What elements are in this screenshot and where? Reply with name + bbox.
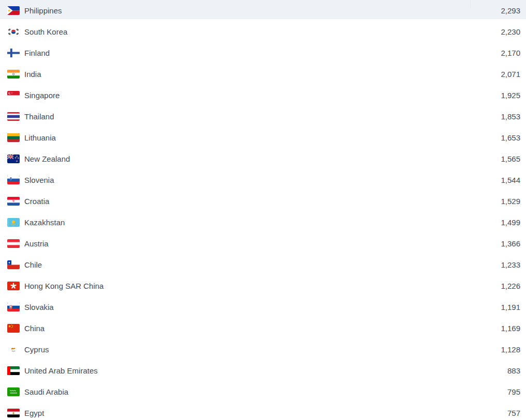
country-value: 1,499 <box>501 218 520 227</box>
egypt-flag-icon <box>7 409 20 417</box>
country-row-united-arab-emirates[interactable]: United Arab Emirates 883 <box>0 360 526 381</box>
country-row-croatia[interactable]: Croatia 1,529 <box>0 191 526 212</box>
country-value: 1,226 <box>501 282 520 290</box>
country-name: Austria <box>24 239 501 248</box>
new-zealand-flag-icon <box>7 154 20 163</box>
country-name: South Korea <box>24 27 501 36</box>
finland-flag-icon <box>7 49 20 57</box>
country-value: 2,170 <box>501 49 520 57</box>
country-value: 2,071 <box>501 70 520 79</box>
country-row-india[interactable]: India 2,071 <box>0 64 526 85</box>
country-name: Egypt <box>24 409 507 417</box>
country-name: Thailand <box>24 112 501 121</box>
country-value: 1,653 <box>501 133 520 142</box>
country-value: 1,233 <box>501 260 520 269</box>
country-name: Croatia <box>24 197 501 206</box>
united-arab-emirates-flag-icon <box>7 366 20 375</box>
hover-guide-line <box>470 0 471 7</box>
hong-kong-flag-icon <box>7 282 20 290</box>
country-name: Hong Kong SAR China <box>24 282 501 290</box>
kazakhstan-flag-icon <box>7 218 20 227</box>
country-value: 1,169 <box>501 324 520 333</box>
country-name: Finland <box>24 49 501 57</box>
country-row-hong-kong[interactable]: Hong Kong SAR China 1,226 <box>0 275 526 297</box>
countries-list: Philippines 2,293 South Korea 2,230 Finl… <box>0 0 526 420</box>
country-row-philippines[interactable]: Philippines 2,293 <box>0 0 526 21</box>
singapore-flag-icon <box>7 91 20 100</box>
china-flag-icon <box>7 324 20 333</box>
country-value: 1,128 <box>501 345 520 354</box>
country-name: China <box>24 324 501 333</box>
chile-flag-icon <box>7 260 20 269</box>
country-value: 883 <box>507 366 520 375</box>
country-value: 1,853 <box>501 112 520 121</box>
country-row-lithuania[interactable]: Lithuania 1,653 <box>0 127 526 148</box>
country-row-singapore[interactable]: Singapore 1,925 <box>0 85 526 106</box>
country-row-south-korea[interactable]: South Korea 2,230 <box>0 21 526 42</box>
country-name: India <box>24 70 501 79</box>
croatia-flag-icon <box>7 197 20 206</box>
country-value: 2,230 <box>501 27 520 36</box>
country-row-slovenia[interactable]: Slovenia 1,544 <box>0 169 526 191</box>
country-row-thailand[interactable]: Thailand 1,853 <box>0 106 526 127</box>
country-name: Cyprus <box>24 345 501 354</box>
country-row-austria[interactable]: Austria 1,366 <box>0 233 526 254</box>
country-row-slovakia[interactable]: Slovakia 1,191 <box>0 297 526 318</box>
country-value: 1,925 <box>501 91 520 100</box>
country-value: 1,565 <box>501 154 520 163</box>
country-name: New Zealand <box>24 154 501 163</box>
country-value: 1,191 <box>501 303 520 312</box>
country-row-egypt[interactable]: Egypt 757 <box>0 402 526 420</box>
saudi-arabia-flag-icon <box>7 387 20 396</box>
country-name: Chile <box>24 260 501 269</box>
india-flag-icon <box>7 70 20 79</box>
slovenia-flag-icon <box>7 176 20 184</box>
country-value: 1,544 <box>501 176 520 184</box>
country-row-kazakhstan[interactable]: Kazakhstan 1,499 <box>0 212 526 233</box>
country-row-finland[interactable]: Finland 2,170 <box>0 42 526 64</box>
philippines-flag-icon <box>7 6 20 15</box>
country-row-new-zealand[interactable]: New Zealand 1,565 <box>0 148 526 169</box>
cyprus-flag-icon <box>7 345 20 354</box>
country-name: Slovenia <box>24 176 501 184</box>
country-value: 2,293 <box>501 6 520 15</box>
thailand-flag-icon <box>7 112 20 121</box>
austria-flag-icon <box>7 239 20 248</box>
country-value: 795 <box>507 387 520 396</box>
country-row-saudi-arabia[interactable]: Saudi Arabia 795 <box>0 381 526 402</box>
country-name: Saudi Arabia <box>24 387 507 396</box>
country-name: Lithuania <box>24 133 501 142</box>
country-name: Kazakhstan <box>24 218 501 227</box>
lithuania-flag-icon <box>7 133 20 142</box>
country-name: Philippines <box>24 6 501 15</box>
country-name: Singapore <box>24 91 501 100</box>
country-name: Slovakia <box>24 303 501 312</box>
country-name: United Arab Emirates <box>24 366 507 375</box>
country-row-cyprus[interactable]: Cyprus 1,128 <box>0 339 526 360</box>
country-value: 757 <box>507 409 520 417</box>
country-row-china[interactable]: China 1,169 <box>0 318 526 339</box>
south-korea-flag-icon <box>7 27 20 36</box>
country-row-chile[interactable]: Chile 1,233 <box>0 254 526 275</box>
country-value: 1,366 <box>501 239 520 248</box>
slovakia-flag-icon <box>7 303 20 312</box>
country-value: 1,529 <box>501 197 520 206</box>
